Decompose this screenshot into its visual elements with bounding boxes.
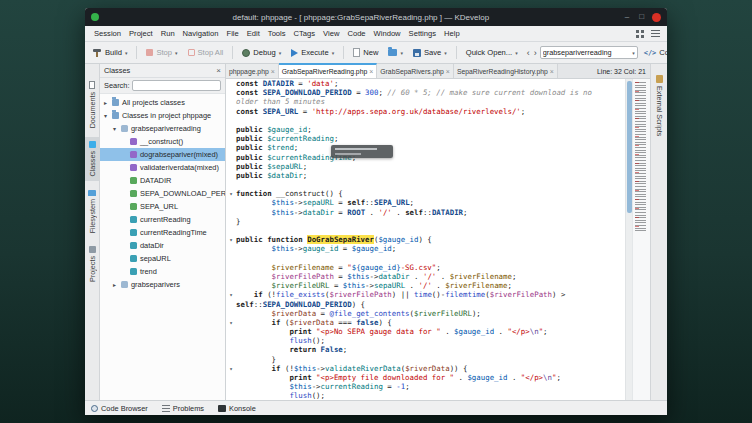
maximize-button[interactable]: □ <box>637 13 646 21</box>
tree-item-all-projects-classes[interactable]: ▸All projects classes <box>100 96 225 109</box>
tree-item-grabsepariverreading[interactable]: ▾grabsepariverreading <box>100 122 225 135</box>
back-icon[interactable]: ‹ <box>526 48 531 58</box>
code-line[interactable] <box>226 254 625 263</box>
menu-item-window[interactable]: Window <box>370 28 405 39</box>
fold-marker-icon[interactable]: ▾ <box>226 235 236 244</box>
menu-item-run[interactable]: Run <box>157 28 179 39</box>
titlebar[interactable]: default: phppage - [ phppage:GrabSepaRiv… <box>85 8 667 26</box>
menu-item-tools[interactable]: Tools <box>264 28 290 39</box>
fold-marker-icon[interactable]: ▾ <box>226 318 236 327</box>
tree-item-sepa-download-period[interactable]: SEPA_DOWNLOAD_PERIOD <box>100 187 225 200</box>
close-icon[interactable]: × <box>369 68 373 75</box>
code-line[interactable]: public $sepaURL; <box>226 162 625 171</box>
menu-item-view[interactable]: View <box>319 28 343 39</box>
code-line[interactable]: } <box>226 217 625 226</box>
code-area[interactable]: const DATADIR = 'data';const SEPA_DOWNLO… <box>226 79 625 400</box>
menu-item-project[interactable]: Project <box>125 28 157 39</box>
editor-tab-grabseparivers-php[interactable]: GrabSepaRivers.php× <box>377 64 454 78</box>
close-icon[interactable]: × <box>216 67 221 75</box>
statusbar-problems[interactable]: Problems <box>162 404 204 413</box>
menu-item-file[interactable]: File <box>223 28 243 39</box>
code-line[interactable] <box>226 116 625 125</box>
code-line[interactable] <box>226 180 625 189</box>
code-line[interactable]: $this->dataDir = ROOT . '/' . self::DATA… <box>226 208 625 217</box>
dock-tab-projects[interactable]: Projects <box>85 242 99 286</box>
fold-marker-icon[interactable]: ▾ <box>226 189 236 198</box>
search-input[interactable] <box>543 48 630 57</box>
tree-item-datadir[interactable]: DATADIR <box>100 174 225 187</box>
classes-search-input[interactable] <box>132 80 221 91</box>
dock-tab-external-scripts[interactable]: External Scripts <box>651 71 667 140</box>
code-line[interactable]: $riverFilePath = $this->dataDir . '/' . … <box>226 272 625 281</box>
save-button[interactable]: Save ▾ <box>409 46 451 59</box>
tree-item-sepaurl[interactable]: sepaURL <box>100 252 225 265</box>
statusbar-konsole[interactable]: Konsole <box>218 404 256 413</box>
code-line[interactable]: $this->sepaURL = self::SEPA_URL; <box>226 198 625 207</box>
code-line[interactable]: const DATADIR = 'data'; <box>226 79 625 88</box>
code-line[interactable]: $riverFilename = "${gauge_id}-SG.csv"; <box>226 263 625 272</box>
menu-item-ctags[interactable]: CTags <box>290 28 320 39</box>
tree-item-currentreadingtime[interactable]: currentReadingTime <box>100 226 225 239</box>
minimap[interactable] <box>632 79 650 400</box>
build-button[interactable]: Build ▾ <box>89 46 131 59</box>
code-line[interactable]: public $currentReadingTime; <box>226 153 625 162</box>
dock-tab-filesystem[interactable]: Filesystem <box>85 186 99 237</box>
code-line[interactable]: } <box>226 355 625 364</box>
code-line[interactable]: $riverFileURL = $this->sepaURL . '/' . $… <box>226 281 625 290</box>
expander-icon[interactable]: ▾ <box>102 112 109 119</box>
code-line[interactable]: flush(); <box>226 336 625 345</box>
code-line[interactable]: $this->currentReading = -1; <box>226 382 625 391</box>
tree-item-validateriverdata-mixed-[interactable]: validateriverdata(mixed) <box>100 161 225 174</box>
code-button[interactable]: </> Code <box>640 46 667 59</box>
code-line[interactable]: const SEPA_DOWNLOAD_PERIOD = 300; // 60 … <box>226 88 625 97</box>
menu-item-edit[interactable]: Edit <box>243 28 264 39</box>
code-line[interactable]: public $dataDir; <box>226 171 625 180</box>
tree-item-sepa-url[interactable]: SEPA_URL <box>100 200 225 213</box>
menu-item-settings[interactable]: Settings <box>405 28 440 39</box>
expander-icon[interactable]: ▾ <box>111 125 118 132</box>
stop-button[interactable]: Stop ▾ <box>142 46 181 59</box>
fold-marker-icon[interactable]: ▾ <box>226 364 236 373</box>
code-line[interactable]: ▾function __construct() { <box>226 189 625 198</box>
close-icon[interactable]: × <box>271 68 275 75</box>
code-line[interactable]: $riverData = @file_get_contents($riverFi… <box>226 309 625 318</box>
close-icon[interactable]: × <box>446 68 450 75</box>
code-line[interactable]: print "<p>No SEPA gauge data for " . $ga… <box>226 327 625 336</box>
editor-tab-separiverreadinghistory-php[interactable]: SepaRiverReadingHistory.php× <box>454 64 558 78</box>
code-line[interactable]: public $trend; <box>226 143 625 152</box>
code-line[interactable]: public $gauge_id; <box>226 125 625 134</box>
code-line[interactable]: return False; <box>226 345 625 354</box>
code-line[interactable]: ▾ if ($riverData === false) { <box>226 318 625 327</box>
editor-tab-grabsepariverreading-php[interactable]: GrabSepaRiverReading.php× <box>279 63 378 78</box>
menu-item-help[interactable]: Help <box>440 28 464 39</box>
code-line[interactable] <box>226 226 625 235</box>
code-line[interactable]: flush(); <box>226 391 625 400</box>
editor-scrollbar[interactable] <box>625 79 632 400</box>
code-line[interactable]: $this->gauge_id = $gauge_id; <box>226 244 625 253</box>
tree-item-classes-in-project-phppage[interactable]: ▾Classes in project phppage <box>100 109 225 122</box>
chevron-down-icon[interactable]: ▾ <box>632 50 635 56</box>
code-line[interactable]: public $currentReading; <box>226 134 625 143</box>
expander-icon[interactable]: ▸ <box>102 99 109 106</box>
new-button[interactable]: New <box>349 46 382 59</box>
grid-icon[interactable] <box>636 30 644 38</box>
quick-open-button[interactable]: Quick Open... ▾ <box>462 46 522 59</box>
open-button[interactable]: ▾ <box>384 47 407 58</box>
code-line[interactable]: self::SEPA_DOWNLOAD_PERIOD) { <box>226 300 625 309</box>
code-line[interactable]: print "<p>Empty file downloaded for " . … <box>226 373 625 382</box>
tree-item-datadir[interactable]: dataDir <box>100 239 225 252</box>
hamburger-icon[interactable] <box>651 30 660 37</box>
menu-item-session[interactable]: Session <box>90 28 125 39</box>
menu-item-navigation[interactable]: Navigation <box>179 28 223 39</box>
tree-item-currentreading[interactable]: currentReading <box>100 213 225 226</box>
expander-icon[interactable]: ▸ <box>111 281 118 288</box>
tree-item-grabseparivers[interactable]: ▸grabseparivers <box>100 278 225 291</box>
fold-marker-icon[interactable]: ▾ <box>226 290 236 299</box>
close-button[interactable] <box>652 13 661 22</box>
code-line[interactable]: const SEPA_URL = 'http://apps.sepa.org.u… <box>226 107 625 116</box>
statusbar-code-browser[interactable]: Code Browser <box>91 404 148 413</box>
minimize-button[interactable]: – <box>623 13 631 21</box>
tree-item-trend[interactable]: trend <box>100 265 225 278</box>
code-line[interactable]: ▾ if (!file_exists($riverFilePath) || ti… <box>226 290 625 299</box>
close-icon[interactable]: × <box>550 68 554 75</box>
